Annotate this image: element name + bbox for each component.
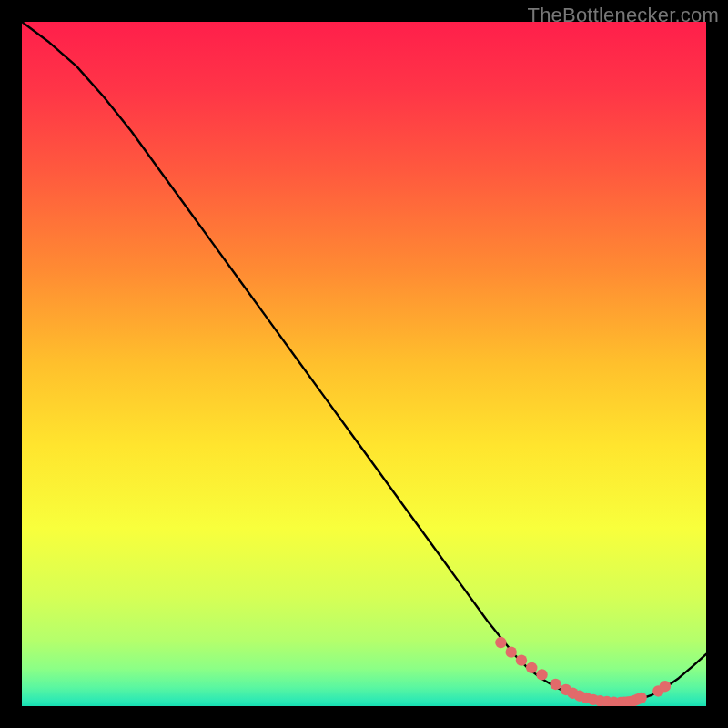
attribution-watermark: TheBottlenecker.com [528, 4, 719, 27]
bottleneck-gradient-plot [22, 22, 706, 706]
chart-stage: TheBottlenecker.com [0, 0, 728, 728]
